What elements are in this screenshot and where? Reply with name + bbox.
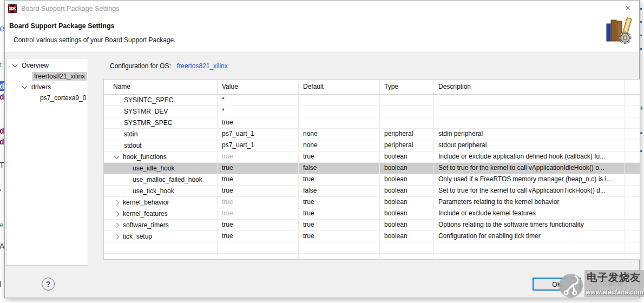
cell-default: true	[299, 220, 380, 230]
column-header-value[interactable]: Value	[218, 80, 299, 94]
cell-value	[218, 242, 299, 253]
cell-description: stdout peripheral	[434, 140, 625, 151]
cell-name	[104, 254, 218, 260]
parameters-table: NameValueDefaultTypeDescription SYSINTC_…	[103, 79, 640, 260]
cell-type: boolean	[380, 152, 434, 162]
table-row-empty[interactable]	[104, 242, 640, 254]
sidebar-item-ps7_cortexa9_0[interactable]: ps7_cortexa9_0	[6, 93, 88, 103]
table-row-empty[interactable]	[104, 254, 640, 260]
watermark-text: 电子发烧友	[587, 271, 641, 285]
chevron-down-icon[interactable]	[12, 62, 18, 68]
background-text-fragment: ▪	[640, 43, 644, 54]
dialog-titlebar: SDK Board Support Package Settings ×	[5, 1, 639, 17]
chevron-right-icon[interactable]	[114, 222, 120, 228]
table-row-hook_functions[interactable]: hook_functionstruetruebooleanInclude or …	[104, 152, 640, 163]
sidebar-item-label: Overview	[22, 62, 49, 69]
cell-filler	[625, 208, 640, 219]
sidebar-item-drivers[interactable]: drivers	[6, 82, 88, 93]
dialog-header: Board Support Package Settings Control v…	[5, 17, 639, 53]
background-text-fragment: ▪	[640, 3, 644, 14]
cell-value: true	[218, 163, 299, 174]
cell-type	[380, 117, 434, 128]
cell-type: boolean	[380, 231, 434, 242]
table-row-SYSTMR_SPEC[interactable]: SYSTMR_SPECtrue	[104, 117, 640, 129]
cell-filler	[625, 242, 640, 253]
table-row-SYSINTC_SPEC[interactable]: SYSINTC_SPEC*	[104, 95, 640, 106]
cell-filler	[625, 95, 640, 106]
library-books-icon	[606, 15, 633, 48]
cell-description: Only used if a FreeRTOS memory manager (…	[434, 174, 625, 185]
cell-default: none	[299, 140, 380, 151]
cell-name: SYSTMR_SPEC	[104, 117, 218, 128]
cell-default: none	[299, 129, 380, 140]
cell-description	[434, 117, 625, 128]
cell-default: true	[299, 231, 380, 242]
sdk-app-icon: SDK	[8, 4, 17, 13]
parameter-name-label: hook_functions	[123, 152, 167, 162]
close-icon[interactable]: ×	[625, 3, 630, 14]
cell-type: peripheral	[380, 140, 434, 151]
help-button[interactable]: ?	[42, 278, 55, 291]
chevron-right-icon[interactable]	[114, 211, 120, 216]
chevron-right-icon[interactable]	[114, 200, 120, 205]
page-subtitle: Control various settings of your Board S…	[14, 36, 176, 44]
chevron-right-icon[interactable]	[114, 234, 120, 239]
cell-type	[380, 95, 434, 106]
cell-value: ps7_uart_1	[218, 129, 299, 140]
cell-type: boolean	[380, 163, 434, 174]
cell-filler	[625, 129, 640, 140]
parameter-name-label: software_timers	[123, 220, 169, 230]
elecfans-logo-icon	[558, 273, 583, 300]
cell-value: true	[218, 197, 299, 208]
chevron-down-icon[interactable]	[22, 84, 28, 89]
parameter-name-label: use_idle_hook	[133, 163, 174, 174]
cell-default: true	[299, 152, 380, 162]
window-title: Board Support Package Settings	[21, 5, 119, 12]
cell-value: true	[218, 152, 299, 162]
cell-description	[434, 242, 625, 253]
cell-default	[299, 95, 380, 106]
cell-filler	[625, 117, 640, 128]
column-header-type[interactable]: Type	[380, 80, 434, 94]
cell-value: ps7_uart_1	[218, 140, 299, 151]
config-line: Configuration for OS:freertos821_xilinx	[110, 62, 228, 70]
table-row-kernel_features[interactable]: kernel_featurestruetruebooleanInclude or…	[104, 208, 640, 220]
background-text-fragment: ▪	[640, 16, 644, 27]
column-header-description[interactable]: Description	[434, 80, 625, 94]
table-row-use_idle_hook[interactable]: use_idle_hooktruefalsebooleanSet to true…	[104, 163, 640, 174]
parameter-name-label: stdin	[124, 129, 137, 140]
cell-default	[299, 242, 380, 253]
cell-type: boolean	[380, 220, 434, 230]
cell-filler	[625, 231, 640, 242]
sidebar-item-freertos821_xilinx[interactable]: freertos821_xilinx	[6, 71, 88, 82]
sidebar-item-Overview[interactable]: Overview	[6, 60, 88, 71]
table-row-SYSTMR_DEV[interactable]: SYSTMR_DEV*	[104, 106, 640, 117]
config-os-link[interactable]: freertos821_xilinx	[177, 62, 228, 70]
table-row-use_tick_hook[interactable]: use_tick_hooktruefalsebooleanSet to true…	[104, 186, 640, 197]
cell-name: software_timers	[104, 220, 218, 230]
bsp-settings-dialog: SDK Board Support Package Settings × Boa…	[4, 0, 640, 298]
background-text-fragment: +	[640, 103, 644, 114]
screen: SDK Board Support Package Settings × Boa…	[0, 0, 644, 303]
table-row-stdout[interactable]: stdoutps7_uart_1noneperipheralstdout per…	[104, 140, 640, 152]
table-row-software_timers[interactable]: software_timerstruetruebooleanOptions re…	[104, 220, 640, 231]
cell-default: true	[299, 208, 380, 219]
cell-name: stdout	[104, 140, 218, 151]
table-row-kernel_behavior[interactable]: kernel_behaviortruetruebooleanParameters…	[104, 197, 640, 208]
chevron-down-icon[interactable]	[114, 154, 120, 159]
column-header-default[interactable]: Default	[299, 80, 380, 94]
cell-description: Set to true for the kernel to call vAppl…	[434, 186, 625, 196]
column-header-name[interactable]: Name	[104, 80, 218, 94]
cell-filler	[625, 140, 640, 151]
column-header-filler	[625, 80, 640, 94]
cell-filler	[625, 152, 640, 162]
parameter-name-label: SYSTMR_DEV	[124, 107, 168, 117]
cell-description: Options relating to the software timers …	[434, 220, 625, 230]
parameter-name-label: SYSTMR_SPEC	[124, 118, 172, 128]
table-row-stdin[interactable]: stdinps7_uart_1noneperipheralstdin perip…	[104, 129, 640, 140]
table-row-tick_setup[interactable]: tick_setuptruetruebooleanConfiguration f…	[104, 231, 640, 242]
cell-filler	[625, 220, 640, 230]
cell-name: tick_setup	[104, 231, 218, 242]
table-row-use_malloc_failed_hook[interactable]: use_malloc_failed_hooktruetruebooleanOnl…	[104, 174, 640, 186]
cell-value: true	[218, 208, 299, 219]
